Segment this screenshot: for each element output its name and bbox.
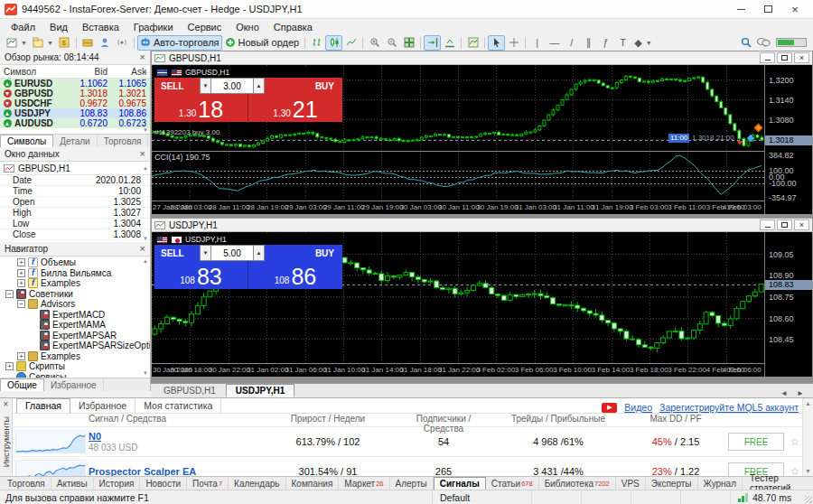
menu-charts[interactable]: Графики: [126, 21, 181, 33]
close-icon[interactable]: ×: [140, 149, 145, 159]
bottom-tab-сигналы[interactable]: Сигналы: [434, 477, 486, 490]
chart-close-button[interactable]: ×: [794, 219, 809, 230]
crosshair-button[interactable]: [505, 35, 522, 51]
menu-view[interactable]: Вид: [42, 21, 75, 33]
navigator-item-expertmapsar[interactable]: ExpertMAPSAR: [0, 331, 150, 341]
tile-windows-button[interactable]: [400, 35, 417, 51]
navigator-item-examples[interactable]: +Examples: [0, 351, 150, 362]
vline-button[interactable]: |: [528, 35, 546, 51]
navigator-item-билла-вильямса[interactable]: +fБилла Вильямса: [0, 268, 150, 279]
close-icon[interactable]: ×: [140, 244, 145, 254]
new-chart-button[interactable]: ▼: [4, 35, 30, 51]
status-profile[interactable]: Default: [432, 490, 531, 504]
symbol-row-eurusd[interactable]: EURUSD1.10621.1065: [0, 79, 150, 89]
chart-tab-usdjpy-h1[interactable]: USDJPY,H1: [226, 384, 294, 397]
zoom-in-button[interactable]: [366, 35, 383, 51]
menu-window[interactable]: Окно: [229, 21, 266, 33]
market-watch-tab-тик[interactable]: Тик: [148, 135, 150, 147]
navigator-item-объемы[interactable]: +fОбъемы: [0, 257, 150, 268]
gbpusd-time-axis[interactable]: 27 Jan 202028 Jan 03:0028 Jan 11:0028 Ja…: [152, 201, 764, 214]
symbol-row-usdchf[interactable]: USDCHF0.96720.9675: [0, 98, 150, 108]
expand-icon[interactable]: +: [17, 258, 25, 266]
payments-button[interactable]: [79, 35, 97, 51]
market-watch-tab-символы[interactable]: Символы: [0, 135, 53, 147]
close-button[interactable]: ×: [781, 0, 808, 18]
hline-button[interactable]: —: [546, 35, 563, 51]
toolbox-tab-избранное[interactable]: Избранное: [70, 399, 136, 413]
usdjpy-time-axis[interactable]: 30 Jan 202030 Jan 18:0030 Jan 22:0031 Ja…: [152, 363, 764, 377]
symbol-row-gbpusd[interactable]: GBPUSD1.30181.3021: [0, 89, 150, 98]
buy-price[interactable]: 10886: [248, 261, 342, 289]
bottom-tab-алерты[interactable]: Алерты: [390, 477, 434, 490]
favorite-star-icon[interactable]: ☆: [786, 435, 804, 448]
bottom-tab-активы[interactable]: Активы: [51, 477, 94, 490]
bottom-tab-торговля[interactable]: Торговля: [2, 477, 51, 490]
new-order-button[interactable]: Новый ордер: [222, 35, 303, 51]
broadcast-button[interactable]: [114, 35, 131, 51]
volume-up-icon[interactable]: ▲: [253, 78, 265, 94]
scroll-down-icon[interactable]: ▼: [143, 127, 148, 133]
buy-button[interactable]: BUY: [265, 245, 342, 261]
scroll-down-icon[interactable]: ▼: [143, 370, 148, 376]
autotrade-button[interactable]: Авто-торговля: [137, 35, 222, 51]
bottom-tab-vps[interactable]: VPS: [616, 477, 646, 490]
zoom-out-button[interactable]: [383, 35, 400, 51]
video-link[interactable]: Видео: [624, 402, 652, 413]
sell-button[interactable]: SELL: [154, 78, 200, 94]
menu-insert[interactable]: Вставка: [75, 21, 126, 33]
minimize-button[interactable]: [727, 0, 754, 18]
sell-button[interactable]: SELL: [154, 245, 200, 261]
navigator-item-expertmapsarsizeoptim[interactable]: ExpertMAPSARSizeOptim: [0, 341, 150, 351]
community-button[interactable]: [97, 35, 114, 51]
chart-minimize-button[interactable]: [760, 52, 775, 63]
navigator-item-expertmama[interactable]: ExpertMAMA: [0, 320, 150, 331]
bottom-tab-эксперты[interactable]: Эксперты: [646, 477, 698, 490]
signal-name-link[interactable]: Prospector Scalper EA: [89, 466, 260, 476]
signal-row-0[interactable]: N048 033 USD613.79% / 102544 968 /61%45%…: [13, 426, 813, 456]
usdjpy-price-scale[interactable]: 109.05108.90108.75108.60108.45108.83: [764, 232, 812, 377]
gbpusd-cci-pane[interactable]: CCI(14) 190.75: [152, 151, 764, 201]
bottom-tab-календарь[interactable]: Календарь: [229, 477, 285, 490]
collapse-icon[interactable]: −: [17, 300, 25, 308]
chart-tab-gbpusd-h1[interactable]: GBPUSD,H1: [154, 384, 226, 397]
templates-button[interactable]: [464, 35, 481, 51]
gbpusd-price-scale[interactable]: 1.32001.31401.30801.3018384.82100.000.00…: [764, 65, 812, 214]
close-icon[interactable]: ×: [140, 52, 145, 62]
shapes-button[interactable]: ◆▼: [631, 35, 654, 51]
bottom-tab-новости[interactable]: Новости: [140, 477, 187, 490]
collapse-icon[interactable]: −: [5, 290, 14, 298]
bottom-tab-библиотека[interactable]: Библиотека7202: [539, 477, 616, 490]
volume-input[interactable]: 3.00: [211, 78, 253, 94]
chart-maximize-button[interactable]: [777, 219, 792, 230]
video-play-icon[interactable]: ▶: [602, 403, 617, 413]
channel-button[interactable]: ∥: [580, 35, 597, 51]
search-icon[interactable]: [741, 37, 752, 48]
buy-button[interactable]: BUY: [265, 78, 342, 94]
navigator-item-советники[interactable]: −Советники: [0, 289, 150, 300]
expand-icon[interactable]: +: [5, 362, 14, 370]
navigator-item-скрипты[interactable]: +Скрипты: [0, 361, 150, 372]
navigator-item-advisors[interactable]: −Advisors: [0, 299, 150, 310]
menu-file[interactable]: Файл: [4, 21, 42, 33]
chart-maximize-button[interactable]: [777, 52, 792, 63]
candles-button[interactable]: [325, 35, 342, 51]
maximize-button[interactable]: [754, 0, 781, 18]
volume-input[interactable]: 5.00: [211, 245, 253, 261]
volume-up-icon[interactable]: ▲: [253, 245, 265, 261]
bottom-tab-почта[interactable]: Почта7: [187, 477, 229, 490]
free-button[interactable]: FREE: [728, 433, 784, 451]
expand-icon[interactable]: +: [17, 269, 25, 277]
chart-tab-scroll-arrows[interactable]: ◄ ►: [780, 389, 813, 397]
scroll-up-icon[interactable]: ▲: [143, 69, 148, 74]
symbol-row-audusd[interactable]: AUDUSD0.67200.6723: [0, 118, 150, 128]
buy-price[interactable]: 1.3021: [248, 94, 342, 122]
profiles-button[interactable]: ▼: [30, 35, 56, 51]
text-button[interactable]: T: [614, 35, 631, 51]
navigator-tab-общие[interactable]: Общие: [0, 378, 44, 391]
expand-icon[interactable]: +: [17, 279, 25, 287]
shift-chart-button[interactable]: [424, 35, 441, 51]
autoscroll-button[interactable]: [441, 35, 458, 51]
navigator-item-examples[interactable]: +fExamples: [0, 278, 150, 289]
bottom-tab-история[interactable]: История: [94, 477, 141, 490]
toolbox-tab-моя-статистика[interactable]: Моя статистика: [136, 399, 221, 413]
